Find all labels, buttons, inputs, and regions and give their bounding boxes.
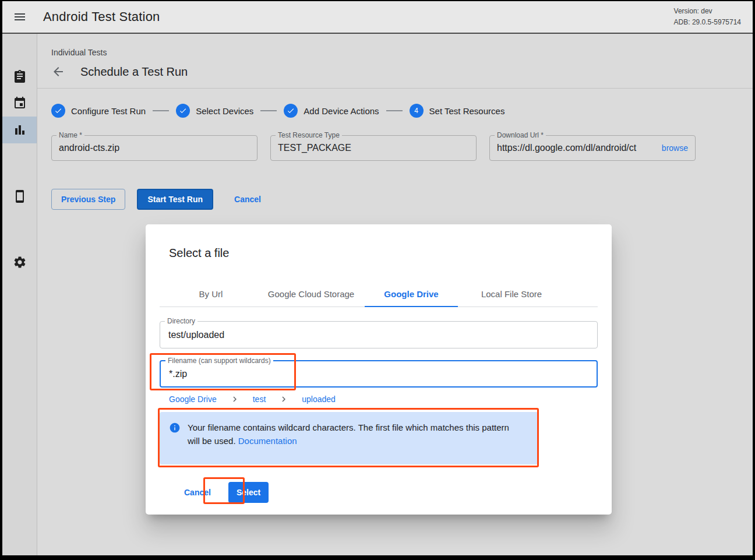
filename-field-label: Filename (can support wildcards) <box>165 357 273 365</box>
step-done-icon <box>284 104 298 118</box>
gear-icon <box>13 255 27 269</box>
step-configure-test-run[interactable]: Configure Test Run <box>51 104 146 118</box>
step-add-device-actions[interactable]: Add Device Actions <box>284 104 379 118</box>
app-window: Android Test Station Version: dev ADB: 2… <box>2 1 753 555</box>
tab-local-file-store[interactable]: Local File Store <box>461 281 562 307</box>
dialog-title: Select a file <box>169 246 598 260</box>
dialog-cancel-button[interactable]: Cancel <box>179 483 216 502</box>
step-connector <box>386 110 403 111</box>
step-set-test-resources[interactable]: 4 Set Test Resources <box>410 104 505 118</box>
drive-breadcrumb: Google Drive test uploaded <box>160 393 598 405</box>
directory-input[interactable] <box>168 330 589 340</box>
hamburger-icon <box>13 10 27 24</box>
breadcrumb-test[interactable]: test <box>253 395 266 404</box>
sidebar-item-results[interactable] <box>2 117 37 143</box>
info-message: Your filename contains wildcard characte… <box>188 422 509 446</box>
tab-google-cloud-storage[interactable]: Google Cloud Storage <box>261 281 361 307</box>
page-actions: Previous Step Start Test Run Cancel <box>51 189 739 210</box>
name-input[interactable] <box>59 143 250 153</box>
cancel-button[interactable]: Cancel <box>234 195 261 204</box>
dialog-select-button[interactable]: Select <box>228 482 269 503</box>
dialog-tabs: By Url Google Cloud Storage Google Drive… <box>160 281 598 307</box>
step-label: Configure Test Run <box>71 106 146 116</box>
chevron-right-icon <box>278 394 289 404</box>
name-field[interactable]: Name * <box>51 135 257 161</box>
adb-version-line: ADB: 29.0.5-5975714 <box>674 17 741 28</box>
breadcrumb: Individual Tests <box>51 48 739 57</box>
stepper: Configure Test Run Select Devices Add De… <box>51 104 739 118</box>
divider <box>37 88 753 89</box>
directory-field[interactable]: Directory <box>160 321 598 348</box>
test-resource-type-label: Test Resource Type <box>276 131 342 139</box>
tab-google-drive[interactable]: Google Drive <box>361 281 461 307</box>
filename-field[interactable]: Filename (can support wildcards) <box>160 360 598 388</box>
check-icon <box>54 107 62 115</box>
test-resource-type-field[interactable]: Test Resource Type <box>270 135 477 161</box>
info-icon <box>169 422 181 434</box>
step-select-devices[interactable]: Select Devices <box>176 104 253 118</box>
tab-by-url[interactable]: By Url <box>161 281 261 307</box>
test-resource-type-input[interactable] <box>278 143 469 153</box>
sidebar-item-settings[interactable] <box>2 249 37 276</box>
step-label: Select Devices <box>196 106 253 116</box>
dialog-actions: Cancel Select <box>160 482 598 503</box>
sidebar <box>2 34 37 555</box>
step-number-badge: 4 <box>410 104 424 118</box>
select-file-dialog: Select a file By Url Google Cloud Storag… <box>146 224 612 515</box>
step-done-icon <box>176 104 190 118</box>
version-info: Version: dev ADB: 29.0.5-5975714 <box>674 6 743 27</box>
breadcrumb-uploaded[interactable]: uploaded <box>302 395 336 404</box>
chevron-right-icon <box>230 394 240 404</box>
clipboard-icon <box>13 69 27 83</box>
check-icon <box>287 107 295 115</box>
directory-field-label: Directory <box>165 317 197 325</box>
hamburger-menu-button[interactable] <box>12 9 28 25</box>
wildcard-info-text: Your filename contains wildcard characte… <box>188 421 517 456</box>
check-icon <box>179 107 187 115</box>
documentation-link[interactable]: Documentation <box>238 436 297 446</box>
breadcrumb-root[interactable]: Google Drive <box>169 395 217 404</box>
app-header: Android Test Station Version: dev ADB: 2… <box>2 1 753 34</box>
sidebar-item-schedule[interactable] <box>2 90 37 117</box>
step-label: Add Device Actions <box>304 106 379 116</box>
download-url-input[interactable] <box>497 143 657 153</box>
download-url-label: Download Url * <box>495 131 546 139</box>
calendar-icon <box>13 96 27 110</box>
bar-chart-icon <box>13 123 27 137</box>
arrow-back-icon <box>51 65 65 79</box>
page-title: Schedule a Test Run <box>80 65 188 79</box>
smartphone-icon <box>13 189 27 203</box>
page-title-row: Schedule a Test Run <box>51 65 739 79</box>
app-title: Android Test Station <box>43 9 160 24</box>
filename-input[interactable] <box>169 369 588 379</box>
test-resource-fields: Name * Test Resource Type Download Url *… <box>51 135 739 161</box>
sidebar-item-tests[interactable] <box>2 63 37 90</box>
step-connector <box>153 110 169 111</box>
step-done-icon <box>51 104 65 118</box>
step-label: Set Test Resources <box>429 106 505 116</box>
wildcard-info-banner: Your filename contains wildcard characte… <box>160 412 538 464</box>
name-field-label: Name * <box>57 131 84 139</box>
screen: Android Test Station Version: dev ADB: 2… <box>0 0 755 560</box>
download-url-field[interactable]: Download Url * browse <box>489 135 696 161</box>
step-connector <box>260 110 277 111</box>
back-button[interactable] <box>51 65 65 79</box>
version-line: Version: dev <box>674 6 741 17</box>
previous-step-button[interactable]: Previous Step <box>51 189 125 210</box>
sidebar-item-devices[interactable] <box>2 183 37 210</box>
start-test-run-button[interactable]: Start Test Run <box>137 189 213 210</box>
browse-link[interactable]: browse <box>662 143 688 153</box>
